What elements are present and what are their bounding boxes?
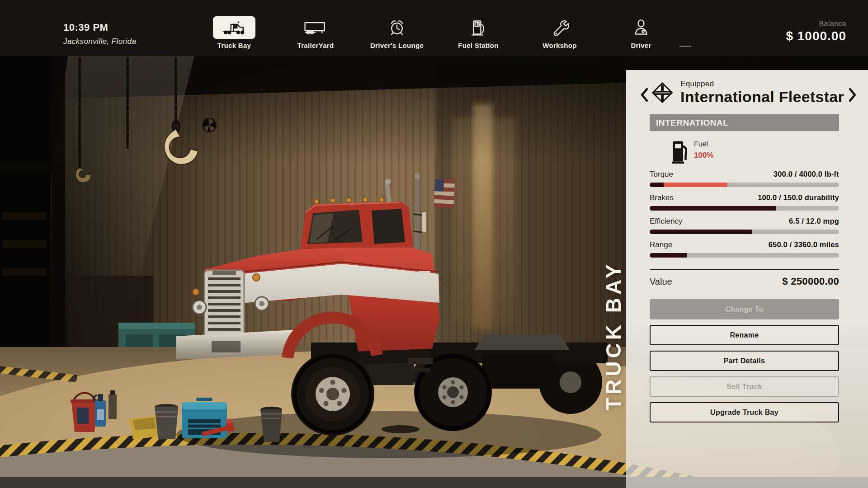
panel-titles: Equipped International Fleetstar <box>680 80 844 105</box>
action-buttons: Change To Rename Part Details Sell Truck… <box>650 299 839 422</box>
stat-bar <box>650 206 839 211</box>
person-icon <box>624 16 658 39</box>
truck-icon <box>213 16 255 39</box>
stat-bar <box>650 253 839 258</box>
rename-button[interactable]: Rename <box>650 325 839 345</box>
separator <box>650 269 839 270</box>
value-row: Value $ 250000.00 <box>650 276 839 287</box>
main-nav: Truck Bay TrailerYard Driver's Lounge <box>200 16 675 49</box>
part-details-button[interactable]: Part Details <box>650 351 839 371</box>
tab-label: Workshop <box>542 42 576 49</box>
wrench-icon <box>542 16 577 39</box>
fuel-label: Fuel <box>694 140 713 148</box>
top-bar: 10:39 PM Jacksonville, Florida Truck Bay… <box>0 0 868 56</box>
tab-label: Driver's Lounge <box>370 42 424 49</box>
nav-indicator-dash <box>679 46 691 47</box>
stat-torque: Torque300.0 / 4000.0 lb-ft <box>650 170 839 187</box>
fuel-value: 100% <box>694 151 713 160</box>
balance-label: Balance <box>786 20 846 28</box>
truck-details-panel: Equipped International Fleetstar INTERNA… <box>626 70 868 488</box>
stat-efficiency: Efficiency6.5 / 12.0 mpg <box>650 217 839 234</box>
upgrade-truck-bay-button[interactable]: Upgrade Truck Bay <box>650 402 839 422</box>
tab-label: Driver <box>631 42 651 49</box>
fuel-text: Fuel 100% <box>694 139 713 164</box>
stat-brakes: Brakes100.0 / 150.0 durability <box>650 193 839 211</box>
tab-label: TrailerYard <box>297 42 334 49</box>
stat-range: Range650.0 / 3360.0 miles <box>650 240 839 258</box>
stat-bar <box>650 230 839 234</box>
game-time: 10:39 PM <box>63 22 136 33</box>
value-label: Value <box>650 277 672 287</box>
game-location: Jacksonville, Florida <box>63 37 136 46</box>
chevron-left-icon <box>641 88 648 102</box>
tab-label: Truck Bay <box>217 42 251 49</box>
us-flag <box>434 179 455 208</box>
stats-list: Torque300.0 / 4000.0 lb-ft Brakes100.0 /… <box>650 170 839 258</box>
tab-drivers-lounge[interactable]: Driver's Lounge <box>363 16 431 49</box>
chevron-right-icon <box>849 88 856 102</box>
fuel-row: Fuel 100% <box>671 139 839 164</box>
tab-trailer-yard[interactable]: TrailerYard <box>282 16 349 49</box>
tab-truck-bay[interactable]: Truck Bay <box>200 16 268 49</box>
change-to-button[interactable]: Change To <box>650 299 839 319</box>
equipped-label: Equipped <box>680 80 844 89</box>
stat-bar <box>650 183 839 187</box>
next-truck-button[interactable] <box>848 87 857 104</box>
alarm-clock-icon <box>379 16 415 39</box>
panel-header: Equipped International Fleetstar <box>650 76 839 109</box>
international-logo <box>650 80 675 105</box>
sell-truck-button[interactable]: Sell Truck <box>650 376 839 397</box>
prev-truck-button[interactable] <box>640 87 649 104</box>
balance-block: Balance $ 1000.00 <box>786 20 846 43</box>
fuel-pump-icon <box>671 139 688 164</box>
tab-driver[interactable]: Driver <box>607 16 675 49</box>
value-amount: $ 250000.00 <box>782 276 839 287</box>
tab-label: Fuel Station <box>458 42 498 49</box>
trailer-icon <box>295 16 336 39</box>
balance-amount: $ 1000.00 <box>786 29 846 43</box>
time-block: 10:39 PM Jacksonville, Florida <box>63 22 136 46</box>
tab-workshop[interactable]: Workshop <box>526 16 594 49</box>
tab-fuel-station[interactable]: Fuel Station <box>444 16 512 49</box>
fuel-pump-icon <box>461 16 495 39</box>
truck-bay-section-label: TRUCK BAY <box>601 248 626 410</box>
truck-name: International Fleetstar <box>680 89 844 105</box>
brand-banner: INTERNATIONAL <box>650 114 839 131</box>
